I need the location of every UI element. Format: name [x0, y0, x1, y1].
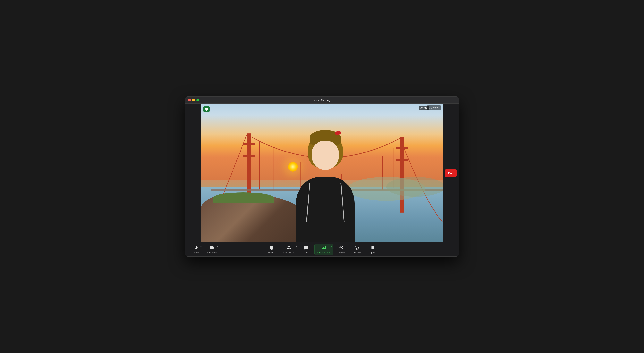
close-button[interactable]	[188, 99, 191, 101]
reactions-chevron[interactable]: +	[362, 245, 363, 247]
svg-point-25	[340, 247, 342, 248]
svg-rect-22	[430, 108, 430, 109]
mute-chevron[interactable]: ▲	[200, 245, 202, 247]
share-screen-icon	[322, 245, 326, 251]
security-icon	[270, 245, 274, 251]
titlebar: Zoom Meeting	[186, 97, 458, 104]
share-screen-chevron[interactable]: ▲	[330, 245, 332, 247]
record-label: Record	[338, 252, 345, 254]
toolbar-center: Security Participants 1 ▲	[265, 244, 379, 255]
video-area: 00:32 View	[201, 104, 443, 242]
character-head	[304, 133, 347, 183]
traffic-lights	[188, 99, 199, 101]
apps-icon	[370, 245, 374, 251]
main-content: 00:32 View End	[186, 104, 458, 242]
participants-button[interactable]: Participants 1 ▲	[280, 244, 298, 255]
stop-video-icon	[210, 245, 214, 251]
reactions-label: Reactions	[352, 252, 362, 254]
security-label: Security	[268, 252, 276, 254]
minimize-button[interactable]	[192, 99, 195, 101]
mute-icon	[194, 245, 198, 251]
toolbar-wrapper: Mute ▲ Stop Video ▲	[189, 243, 455, 256]
stop-video-chevron[interactable]: ▲	[217, 245, 219, 247]
mute-label: Mute	[194, 252, 198, 254]
toolbar: Mute ▲ Stop Video ▲	[186, 242, 458, 256]
svg-rect-21	[431, 107, 432, 107]
participants-icon	[287, 245, 291, 251]
char-face	[312, 141, 339, 170]
character-overlay	[292, 129, 358, 242]
greenery	[213, 192, 274, 203]
video-background: 00:32 View	[201, 104, 443, 242]
window-title: Zoom Meeting	[314, 99, 330, 101]
stop-video-label: Stop Video	[206, 252, 217, 254]
view-button[interactable]: View	[427, 105, 441, 110]
sidebar-left	[186, 104, 201, 242]
character-body	[296, 177, 355, 242]
share-screen-label: Share Screen	[317, 252, 330, 254]
chat-icon	[304, 245, 308, 251]
zoom-window: Zoom Meeting	[185, 96, 459, 257]
end-button[interactable]: End	[444, 169, 457, 177]
sidebar-right: End	[443, 104, 458, 242]
mute-button[interactable]: Mute ▲	[189, 244, 203, 255]
chat-label: Chat	[304, 252, 308, 254]
participants-chevron[interactable]: ▲	[296, 245, 297, 247]
apps-label: Apps	[370, 252, 375, 254]
security-button[interactable]: Security	[265, 244, 278, 255]
share-screen-button[interactable]: Share Screen ▲	[314, 244, 333, 255]
maximize-button[interactable]	[196, 99, 199, 101]
record-icon	[339, 245, 344, 251]
participants-label: Participants 1	[282, 252, 296, 254]
toolbar-left: Mute ▲ Stop Video ▲	[189, 244, 220, 255]
reactions-button[interactable]: Reactions +	[349, 244, 364, 255]
view-label: View	[433, 106, 438, 109]
chat-button[interactable]: Chat	[299, 244, 313, 255]
svg-rect-23	[431, 108, 432, 109]
apps-button[interactable]: Apps	[366, 244, 379, 255]
zoom-shield-badge	[204, 106, 210, 112]
record-button[interactable]: Record	[334, 244, 348, 255]
stop-video-button[interactable]: Stop Video ▲	[204, 244, 220, 255]
svg-rect-20	[430, 107, 430, 107]
reactions-icon	[354, 245, 359, 251]
